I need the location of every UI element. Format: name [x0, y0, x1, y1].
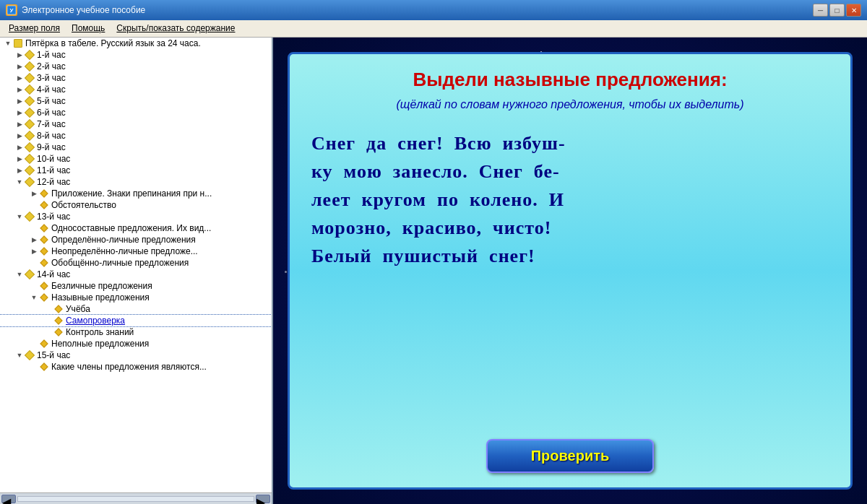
item-label: Обобщённо-личные предложения — [51, 258, 189, 268]
menu-bar: Размер поля Помощь Скрыть/показать содер… — [0, 20, 867, 38]
diamond-icon — [39, 339, 49, 349]
item-label: Какие члены предложения являются... — [51, 362, 207, 372]
sidebar-hscroll[interactable]: ◀ ▶ — [0, 492, 272, 504]
diamond-icon — [25, 84, 35, 95]
expander-root[interactable]: ▼ — [3, 38, 13, 48]
list-item[interactable]: Какие члены предложения являются... — [0, 361, 272, 373]
item-label: Назывные предложения — [51, 292, 150, 303]
task-subtitle: (щёлкай по словам нужного предложения, ч… — [396, 98, 743, 111]
diamond-icon — [53, 304, 64, 314]
scroll-right-btn[interactable]: ▶ — [256, 495, 270, 503]
item-label: 15-й час — [37, 350, 70, 360]
list-item[interactable]: ▶ 7-й час — [0, 118, 272, 130]
list-item[interactable]: ▶ Приложение. Знаки препинания при н... — [0, 188, 272, 199]
title-bar: У Электронное учебное пособие ─ □ ✕ — [0, 0, 867, 20]
diamond-icon — [39, 362, 49, 372]
item-label: 13-й час — [37, 212, 70, 222]
list-item[interactable]: ▼ 12-й час — [0, 176, 272, 188]
item-label: 6-й час — [37, 108, 66, 118]
tree-root[interactable]: ▼ Пятёрка в табеле. Русский язык за 24 ч… — [0, 38, 272, 49]
diamond-icon — [25, 165, 35, 175]
list-item[interactable]: Учёба — [0, 303, 272, 315]
exercise-box: Выдели назывные предложения: (щёлкай по … — [288, 52, 853, 490]
app-icon: У — [6, 4, 17, 16]
diamond-icon — [39, 246, 49, 256]
diamond-icon — [25, 142, 35, 152]
item-label: Учёба — [66, 304, 90, 314]
diamond-icon — [25, 131, 35, 141]
poem-text[interactable]: Снег да снег! Всю избуш- ку мою занесло.… — [311, 129, 829, 428]
tree-view[interactable]: ▼ Пятёрка в табеле. Русский язык за 24 ч… — [0, 38, 272, 492]
item-label: Неопределённо-личные предложе... — [51, 246, 198, 256]
list-item[interactable]: ▶ 4-й час — [0, 84, 272, 95]
list-item[interactable]: Неполные предложения — [0, 338, 272, 349]
list-item[interactable]: ▼ Назывные предложения — [0, 292, 272, 303]
menu-help[interactable]: Помощь — [66, 22, 111, 35]
item-label: 14-й час — [37, 269, 70, 279]
list-item[interactable]: ▼ 13-й час — [0, 211, 272, 222]
list-item[interactable]: ▶ 5-й час — [0, 95, 272, 107]
item-label: 5-й час — [37, 96, 66, 106]
item-label: 3-й час — [37, 73, 66, 83]
diamond-icon — [25, 50, 35, 60]
item-label: 2-й час — [37, 61, 66, 71]
diamond-icon — [25, 269, 35, 279]
list-item[interactable]: ▶ 6-й час — [0, 107, 272, 118]
item-label: 7-й час — [37, 119, 66, 129]
menu-toggle-content[interactable]: Скрыть/показать содержание — [111, 22, 241, 35]
tree-item-samoProverka[interactable]: Самопроверка — [0, 315, 272, 326]
list-item[interactable]: ▶ 2-й час — [0, 61, 272, 72]
diamond-icon — [39, 281, 49, 291]
diamond-icon — [25, 96, 35, 106]
diamond-icon — [25, 154, 35, 164]
sidebar: ▼ Пятёрка в табеле. Русский язык за 24 ч… — [0, 38, 273, 504]
diamond-icon — [25, 73, 35, 83]
item-label: Определённо-личные предложения — [51, 235, 196, 245]
expander[interactable]: ▶ — [14, 50, 25, 60]
item-label: Обстоятельство — [51, 200, 116, 210]
list-item[interactable]: ▶ 11-й час — [0, 165, 272, 176]
diamond-icon — [25, 212, 35, 222]
menu-font-size[interactable]: Размер поля — [3, 22, 66, 35]
diamond-icon — [25, 350, 35, 360]
item-label: Контроль знаний — [66, 327, 134, 337]
maximize-button[interactable]: □ — [829, 4, 845, 17]
main-area: ▼ Пятёрка в табеле. Русский язык за 24 ч… — [0, 38, 867, 504]
list-item[interactable]: ▶ 8-й час — [0, 130, 272, 142]
diamond-icon — [39, 292, 49, 303]
window-title: Электронное учебное пособие — [22, 5, 813, 15]
tree-root-label: Пятёрка в табеле. Русский язык за 24 час… — [25, 38, 201, 48]
check-button[interactable]: Проверить — [486, 439, 655, 473]
item-label: 8-й час — [37, 131, 66, 141]
list-item[interactable]: ▼ 14-й час — [0, 269, 272, 280]
diamond-icon — [53, 327, 64, 337]
item-label: Приложение. Знаки препинания при н... — [51, 188, 212, 199]
list-item[interactable]: Обстоятельство — [0, 199, 272, 211]
content-panel: Выдели назывные предложения: (щёлкай по … — [273, 38, 867, 504]
list-item[interactable]: ▶ 10-й час — [0, 153, 272, 165]
item-label: Односоставные предложения. Их вид... — [51, 223, 211, 233]
hscroll-track — [17, 496, 254, 502]
list-item[interactable]: Односоставные предложения. Их вид... — [0, 222, 272, 234]
task-title: Выдели назывные предложения: — [413, 69, 727, 91]
item-label: 9-й час — [37, 142, 66, 152]
list-item[interactable]: ▶ 9-й час — [0, 142, 272, 153]
list-item[interactable]: ▼ 15-й час — [0, 349, 272, 361]
diamond-icon — [39, 188, 49, 199]
close-button[interactable]: ✕ — [846, 4, 861, 17]
diamond-icon — [25, 108, 35, 118]
scroll-left-btn[interactable]: ◀ — [1, 495, 16, 503]
list-item[interactable]: ▶ 1-й час — [0, 49, 272, 61]
list-item[interactable]: Обобщённо-личные предложения — [0, 257, 272, 269]
list-item[interactable]: Безличные предложения — [0, 280, 272, 292]
book-icon — [13, 38, 23, 48]
item-label: 12-й час — [37, 177, 70, 187]
item-label: 4-й час — [37, 84, 66, 95]
list-item[interactable]: Контроль знаний — [0, 326, 272, 338]
list-item[interactable]: ▶ 3-й час — [0, 72, 272, 84]
list-item[interactable]: ▶ Определённо-личные предложения — [0, 234, 272, 246]
minimize-button[interactable]: ─ — [813, 4, 828, 17]
item-label: 1-й час — [37, 50, 66, 60]
list-item[interactable]: ▶ Неопределённо-личные предложе... — [0, 246, 272, 257]
item-label: Безличные предложения — [51, 281, 152, 291]
